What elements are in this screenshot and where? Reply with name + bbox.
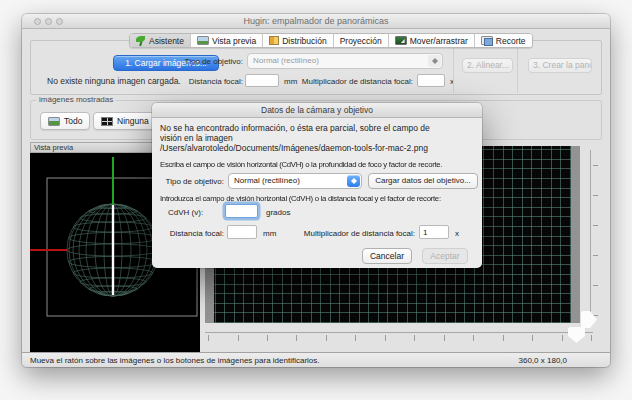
tab-distribucion[interactable]: Distribución bbox=[262, 34, 332, 47]
desktop: Hugin: empalmador de panorámicas Asisten… bbox=[0, 0, 632, 400]
dialog-lens-type-select[interactable]: Normal (rectilíneo) bbox=[228, 173, 362, 189]
tab-label: Recorte bbox=[496, 36, 526, 46]
dialog-message-line1: No se ha encontrado información, o ésta … bbox=[160, 123, 430, 133]
window-title: Hugin: empalmador de panorámicas bbox=[22, 16, 610, 26]
stepper-icon bbox=[347, 175, 360, 187]
dialog-message-line2: visión en la imagen bbox=[160, 133, 233, 143]
dialog-titlebar[interactable]: Datos de la cámara y objetivo bbox=[152, 103, 482, 118]
layout-icon bbox=[269, 36, 279, 45]
load-lens-data-button[interactable]: Cargar datos del objetivo... bbox=[368, 173, 478, 189]
dialog-title: Datos de la cámara y objetivo bbox=[152, 105, 482, 115]
show-all-label: Todo bbox=[64, 116, 82, 126]
tab-label: Asistente bbox=[149, 36, 184, 46]
dialog-focal-length-label: Distancia focal: bbox=[164, 229, 224, 238]
pitch-slider-ticks bbox=[593, 154, 598, 316]
yaw-slider-ticks bbox=[208, 335, 592, 341]
yaw-slider-track[interactable] bbox=[205, 332, 593, 333]
lens-type-select[interactable]: Normal (rectilíneo) bbox=[247, 53, 443, 69]
tab-label: Proyección bbox=[340, 36, 382, 46]
show-none-label: Ninguna bbox=[117, 116, 149, 126]
crop-factor-input[interactable] bbox=[417, 74, 445, 87]
no-image-text: No existe ninguna imagen cargada. bbox=[47, 76, 181, 86]
dialog-lens-type-label: Tipo de objetivo: bbox=[152, 177, 224, 186]
dialog-lens-type-value: Normal (rectilíneo) bbox=[234, 176, 300, 185]
tab-bar: Asistente Vista previa Distribución Proy… bbox=[129, 33, 533, 48]
hfov-unit: grados bbox=[266, 208, 290, 217]
tab-proyeccion[interactable]: Proyección bbox=[333, 34, 388, 47]
sprout-icon bbox=[136, 36, 146, 46]
pano-size-value: 360,0 x 180,0 bbox=[519, 356, 567, 365]
lens-type-value: Normal (rectilíneo) bbox=[253, 56, 319, 65]
dialog-crop-factor-unit: x bbox=[455, 229, 459, 238]
create-panorama-button[interactable]: 3. Crear la panor bbox=[528, 58, 592, 73]
stepper-icon bbox=[428, 55, 441, 67]
dialog-instruction-2: Introduzca el campo de visión horizontal… bbox=[160, 194, 441, 203]
focal-length-label: Distancia focal: bbox=[162, 77, 243, 86]
dialog-focal-length-input[interactable] bbox=[227, 225, 257, 239]
photo-icon bbox=[197, 36, 209, 45]
divider bbox=[517, 42, 518, 93]
status-message: Mueva el ratón sobre las imágenes o los … bbox=[30, 356, 320, 365]
dialog-crop-factor-label: Multiplicador de distancia focal: bbox=[270, 229, 415, 238]
hfov-input[interactable] bbox=[225, 204, 258, 218]
tab-label: Vista previa bbox=[212, 36, 256, 46]
cancel-button[interactable]: Cancelar bbox=[362, 248, 412, 264]
empty-grid-icon bbox=[101, 117, 113, 126]
status-bar: Mueva el ratón sobre las imágenes o los … bbox=[22, 352, 610, 367]
divider bbox=[453, 42, 454, 93]
lens-type-label: Tipo de objetivo: bbox=[122, 57, 243, 66]
camera-lens-dialog: Datos de la cámara y objetivo No se ha e… bbox=[152, 103, 482, 268]
dialog-instruction-1: Escriba el campo de visión horizontal (C… bbox=[160, 160, 442, 169]
canvas-right-margin bbox=[571, 146, 580, 323]
tab-vista-previa[interactable]: Vista previa bbox=[190, 34, 262, 47]
photo-icon bbox=[48, 117, 60, 126]
accept-button[interactable]: Aceptar bbox=[422, 248, 468, 264]
tab-label: Mover/arrastrar bbox=[410, 36, 468, 46]
move-photo-icon bbox=[395, 36, 407, 45]
crop-icon bbox=[481, 36, 493, 45]
tab-mover-arrastrar[interactable]: Mover/arrastrar bbox=[388, 34, 474, 47]
show-none-button[interactable]: Ninguna bbox=[93, 112, 157, 130]
dialog-message-path: /Users/alvarotoledo/Documents/Imágenes/d… bbox=[160, 143, 428, 153]
dialog-crop-factor-input[interactable] bbox=[419, 225, 449, 239]
tab-asistente[interactable]: Asistente bbox=[130, 34, 190, 47]
crop-factor-label: Multiplicador de distancia focal: bbox=[272, 77, 413, 86]
window-titlebar[interactable]: Hugin: empalmador de panorámicas bbox=[22, 14, 610, 29]
displayed-images-label: imágenes mostradas bbox=[36, 95, 116, 104]
pitch-slider-track[interactable] bbox=[590, 150, 591, 320]
tab-label: Distribución bbox=[282, 36, 326, 46]
hfov-label: CdVH (v): bbox=[168, 208, 203, 217]
align-button[interactable]: 2. Alinear... bbox=[462, 58, 513, 73]
tab-recorte[interactable]: Recorte bbox=[474, 34, 532, 47]
show-all-button[interactable]: Todo bbox=[40, 112, 90, 130]
